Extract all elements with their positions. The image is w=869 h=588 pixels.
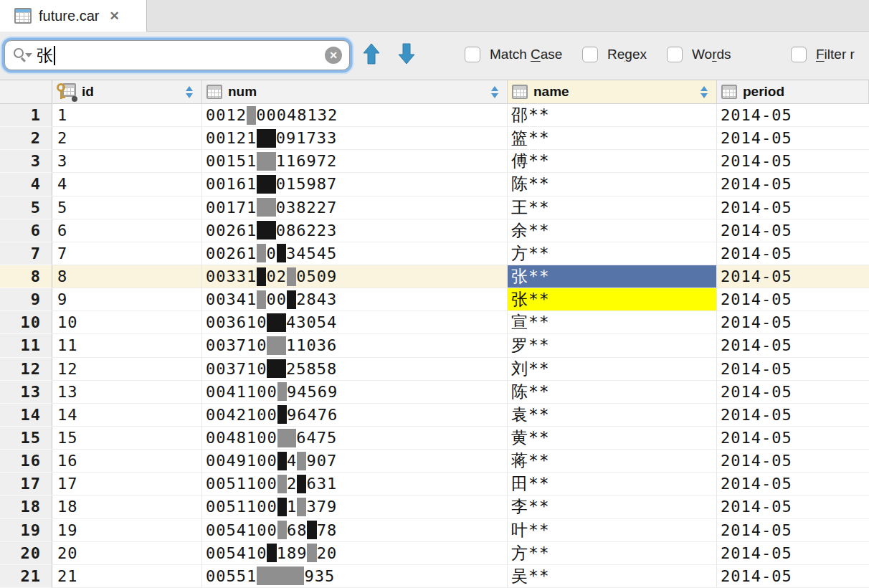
column-header-num[interactable]: num: [202, 80, 508, 103]
sort-arrows-icon[interactable]: [186, 86, 193, 98]
cell-name[interactable]: 宣**: [508, 311, 717, 334]
row-number[interactable]: 5: [0, 196, 52, 219]
row-number[interactable]: 3: [0, 150, 52, 173]
cell-id[interactable]: 20: [52, 542, 202, 565]
cell-id[interactable]: 8: [52, 265, 202, 288]
row-number[interactable]: 18: [0, 495, 52, 518]
find-previous-icon[interactable]: [362, 42, 381, 65]
cell-id[interactable]: 17: [52, 473, 202, 495]
checkbox-filter[interactable]: [791, 47, 807, 62]
cell-name[interactable]: 刘**: [508, 358, 717, 381]
cell-num[interactable]: 00541006878: [202, 519, 508, 542]
row-number[interactable]: 21: [0, 565, 52, 588]
cell-id[interactable]: 13: [52, 381, 202, 404]
cell-id[interactable]: 21: [52, 565, 202, 588]
cell-period[interactable]: 2014-05: [717, 288, 869, 311]
cell-name[interactable]: 陈**: [508, 381, 717, 404]
cell-period[interactable]: 2014-05: [717, 427, 869, 450]
row-number[interactable]: 15: [0, 427, 52, 450]
cell-num[interactable]: 00331020509: [202, 265, 508, 288]
cell-id[interactable]: 18: [52, 495, 202, 518]
cell-name[interactable]: 李**: [508, 495, 717, 518]
cell-id[interactable]: 12: [52, 358, 202, 381]
cell-num[interactable]: 00151116972: [202, 150, 508, 173]
cell-num[interactable]: 004110094569: [202, 381, 508, 404]
cell-period[interactable]: 2014-05: [717, 265, 869, 288]
cell-name[interactable]: 蒋**: [508, 450, 717, 473]
cell-id[interactable]: 1: [52, 104, 202, 127]
checkbox-words[interactable]: [667, 47, 683, 62]
cell-id[interactable]: 16: [52, 450, 202, 473]
cell-period[interactable]: 2014-05: [717, 104, 869, 127]
sort-arrows-icon[interactable]: [701, 86, 708, 98]
cell-period[interactable]: 2014-05: [717, 219, 869, 242]
cell-num[interactable]: 00261034545: [202, 242, 508, 265]
row-number[interactable]: 19: [0, 519, 52, 542]
cell-id[interactable]: 9: [52, 288, 202, 311]
cell-num[interactable]: 00551935: [202, 565, 508, 588]
cell-num[interactable]: 00491004907: [202, 450, 508, 473]
cell-id[interactable]: 7: [52, 242, 202, 265]
row-number[interactable]: 11: [0, 334, 52, 357]
cell-period[interactable]: 2014-05: [717, 404, 869, 427]
row-number[interactable]: 4: [0, 173, 52, 196]
row-number[interactable]: 1: [0, 104, 52, 127]
cell-period[interactable]: 2014-05: [717, 242, 869, 265]
cell-name[interactable]: 叶**: [508, 519, 717, 542]
cell-num[interactable]: 00361043054: [202, 311, 508, 334]
cell-period[interactable]: 2014-05: [717, 173, 869, 196]
cell-num[interactable]: 00161015987: [202, 173, 508, 196]
cell-name[interactable]: 黄**: [508, 427, 717, 450]
cell-period[interactable]: 2014-05: [717, 519, 869, 542]
cell-num[interactable]: 004210096476: [202, 404, 508, 427]
cell-period[interactable]: 2014-05: [717, 334, 869, 357]
cell-period[interactable]: 2014-05: [717, 150, 869, 173]
cell-id[interactable]: 11: [52, 334, 202, 357]
cell-name[interactable]: 陈**: [508, 173, 717, 196]
cell-num[interactable]: 001200048132: [202, 104, 508, 127]
cell-id[interactable]: 2: [52, 127, 202, 150]
cell-name[interactable]: 吴**: [508, 565, 717, 588]
cell-id[interactable]: 4: [52, 173, 202, 196]
cell-name[interactable]: 余**: [508, 219, 717, 242]
row-number[interactable]: 6: [0, 219, 52, 242]
cell-id[interactable]: 6: [52, 219, 202, 242]
row-number[interactable]: 17: [0, 473, 52, 495]
row-number[interactable]: 10: [0, 311, 52, 334]
cell-name[interactable]: 王**: [508, 196, 717, 219]
checkbox-match-case[interactable]: [465, 47, 480, 62]
sort-arrows-icon[interactable]: [491, 86, 498, 98]
cell-period[interactable]: 2014-05: [717, 495, 869, 518]
row-number[interactable]: 9: [0, 288, 52, 311]
column-header-period[interactable]: period: [717, 80, 869, 103]
row-number[interactable]: 7: [0, 242, 52, 265]
cell-num[interactable]: 00511002631: [202, 473, 508, 495]
cell-num[interactable]: 00371025858: [202, 358, 508, 381]
cell-name[interactable]: 篮**: [508, 127, 717, 150]
cell-name[interactable]: 袁**: [508, 404, 717, 427]
column-header-name[interactable]: name: [508, 80, 717, 103]
row-number[interactable]: 14: [0, 404, 52, 427]
cell-id[interactable]: 19: [52, 519, 202, 542]
cell-num[interactable]: 00511001379: [202, 495, 508, 518]
cell-num[interactable]: 00371011036: [202, 334, 508, 357]
row-number[interactable]: 2: [0, 127, 52, 150]
cell-name[interactable]: 傅**: [508, 150, 717, 173]
cell-period[interactable]: 2014-05: [717, 542, 869, 565]
cell-id[interactable]: 14: [52, 404, 202, 427]
cell-id[interactable]: 3: [52, 150, 202, 173]
cell-period[interactable]: 2014-05: [717, 311, 869, 334]
cell-name[interactable]: 张**: [508, 265, 717, 288]
clear-search-icon[interactable]: ✕: [325, 47, 342, 64]
cell-period[interactable]: 2014-05: [717, 473, 869, 495]
cell-period[interactable]: 2014-05: [717, 358, 869, 381]
cell-name[interactable]: 张**: [508, 288, 717, 311]
row-number[interactable]: 20: [0, 542, 52, 565]
cell-name[interactable]: 邵**: [508, 104, 717, 127]
cell-id[interactable]: 5: [52, 196, 202, 219]
cell-num[interactable]: 00341002843: [202, 288, 508, 311]
cell-period[interactable]: 2014-05: [717, 565, 869, 588]
cell-num[interactable]: 00121091733: [202, 127, 508, 150]
cell-num[interactable]: 00481006475: [202, 427, 508, 450]
cell-num[interactable]: 00261086223: [202, 219, 508, 242]
